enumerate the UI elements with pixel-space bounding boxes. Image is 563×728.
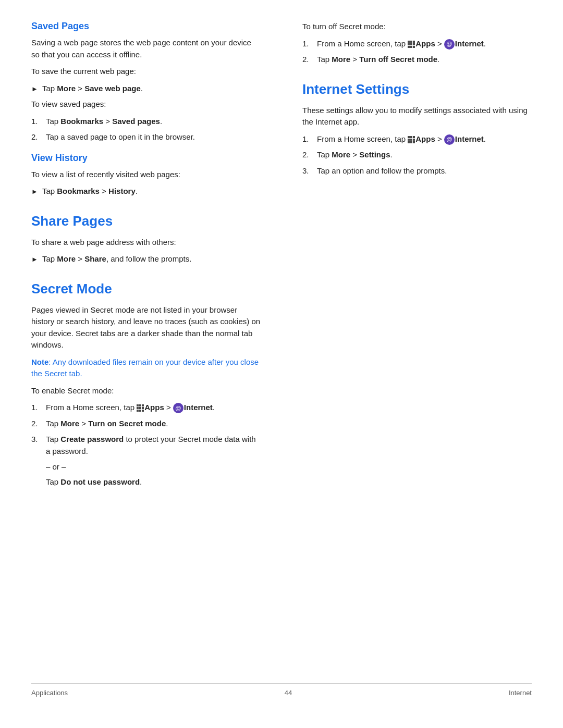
step-number: 1. <box>31 402 46 414</box>
save-instruction-text: Tap More > Save web page. <box>42 83 143 95</box>
step-text: From a Home screen, tap Apps > @Internet… <box>317 38 486 50</box>
share-pages-heading: Share Pages <box>31 213 261 229</box>
turn-off-secret-section: To turn off Secret mode: 1. From a Home … <box>302 21 532 66</box>
alt-instruction: Tap Do not use password. <box>46 476 261 488</box>
enable-prompt: To enable Secret mode: <box>31 385 261 397</box>
share-pages-intro: To share a web page address with others: <box>31 237 261 249</box>
left-column: Saved Pages Saving a web page stores the… <box>31 21 271 662</box>
step-number: 2. <box>31 418 46 430</box>
step-number: 1. <box>302 133 317 145</box>
page-footer: Applications 44 Internet <box>31 683 532 697</box>
saved-pages-heading: Saved Pages <box>31 21 261 32</box>
internet-app-icon: @ <box>173 403 183 413</box>
secret-mode-section: Secret Mode Pages viewed in Secret mode … <box>31 281 261 488</box>
page-container: Saved Pages Saving a web page stores the… <box>0 0 563 728</box>
note-body: : Any downloaded files remain on your de… <box>31 357 259 378</box>
view-history-heading: View History <box>31 153 261 164</box>
share-pages-section: Share Pages To share a web page address … <box>31 213 261 265</box>
step-text: From a Home screen, tap Apps > @Internet… <box>317 133 486 145</box>
turn-off-step-1: 1. From a Home screen, tap Apps > @Inter… <box>302 38 532 50</box>
saved-pages-section: Saved Pages Saving a web page stores the… <box>31 21 261 143</box>
bullet-arrow-icon: ► <box>31 254 38 265</box>
internet-settings-step-1: 1. From a Home screen, tap Apps > @Inter… <box>302 133 532 145</box>
step-number: 2. <box>302 54 317 66</box>
view-history-text: Tap Bookmarks > History. <box>42 186 138 198</box>
view-history-instruction: ► Tap Bookmarks > History. <box>31 186 261 198</box>
note-label: Note <box>31 357 48 366</box>
internet-settings-intro: These settings allow you to modify setti… <box>302 105 532 128</box>
internet-app-icon: @ <box>444 134 455 145</box>
bullet-arrow-icon: ► <box>31 84 38 94</box>
step-number: 3. <box>302 165 317 177</box>
enable-secret-steps: 1. From a Home screen, tap Apps > @Inter… <box>31 402 261 457</box>
step-text: Tap a saved page to open it in the brows… <box>46 131 195 143</box>
step-text: Tap More > Turn on Secret mode. <box>46 418 168 430</box>
share-pages-text: Tap More > Share, and follow the prompts… <box>42 253 191 265</box>
internet-settings-step-2: 2. Tap More > Settings. <box>302 149 532 161</box>
internet-settings-steps: 1. From a Home screen, tap Apps > @Inter… <box>302 133 532 177</box>
save-instruction: ► Tap More > Save web page. <box>31 83 261 95</box>
step-text: Tap More > Turn off Secret mode. <box>317 54 439 66</box>
secret-mode-heading: Secret Mode <box>31 281 261 297</box>
view-history-section: View History To view a list of recently … <box>31 153 261 198</box>
step-number: 3. <box>31 434 46 446</box>
step-text: Tap an option and follow the prompts. <box>317 165 447 177</box>
turn-off-prompt: To turn off Secret mode: <box>302 21 532 33</box>
or-section: – or – Tap Do not use password. <box>46 462 261 488</box>
secret-mode-note: Note: Any downloaded files remain on you… <box>31 356 261 380</box>
right-column: To turn off Secret mode: 1. From a Home … <box>292 21 532 662</box>
saved-pages-step-2: 2. Tap a saved page to open it in the br… <box>31 131 261 143</box>
step-text: Tap More > Settings. <box>317 149 393 161</box>
enable-step-3: 3. Tap Create password to protect your S… <box>31 434 261 457</box>
bullet-arrow-icon: ► <box>31 187 38 197</box>
saved-pages-steps: 1. Tap Bookmarks > Saved pages. 2. Tap a… <box>31 116 261 143</box>
apps-grid-icon <box>408 136 415 143</box>
view-history-intro: To view a list of recently visited web p… <box>31 169 261 181</box>
apps-grid-icon <box>408 41 415 48</box>
secret-mode-intro: Pages viewed in Secret mode are not list… <box>31 304 261 351</box>
step-text: Tap Create password to protect your Secr… <box>46 434 261 457</box>
internet-settings-section: Internet Settings These settings allow y… <box>302 81 532 177</box>
step-number: 2. <box>31 131 46 143</box>
step-text: Tap Bookmarks > Saved pages. <box>46 116 162 128</box>
save-prompt: To save the current web page: <box>31 66 261 78</box>
apps-grid-icon <box>137 404 144 412</box>
internet-settings-step-3: 3. Tap an option and follow the prompts. <box>302 165 532 177</box>
footer-right: Internet <box>509 689 532 697</box>
or-divider: – or – <box>46 462 261 471</box>
enable-step-1: 1. From a Home screen, tap Apps > @Inter… <box>31 402 261 414</box>
step-number: 2. <box>302 149 317 161</box>
step-text: From a Home screen, tap Apps > @Internet… <box>46 402 215 414</box>
enable-step-2: 2. Tap More > Turn on Secret mode. <box>31 418 261 430</box>
share-pages-instruction: ► Tap More > Share, and follow the promp… <box>31 253 261 265</box>
saved-pages-step-1: 1. Tap Bookmarks > Saved pages. <box>31 116 261 128</box>
internet-settings-heading: Internet Settings <box>302 81 532 97</box>
step-number: 1. <box>302 38 317 50</box>
two-column-layout: Saved Pages Saving a web page stores the… <box>31 21 532 662</box>
footer-center: 44 <box>285 689 292 697</box>
footer-left: Applications <box>31 689 68 697</box>
turn-off-steps: 1. From a Home screen, tap Apps > @Inter… <box>302 38 532 66</box>
internet-app-icon: @ <box>444 39 455 50</box>
step-number: 1. <box>31 116 46 128</box>
turn-off-step-2: 2. Tap More > Turn off Secret mode. <box>302 54 532 66</box>
saved-pages-intro: Saving a web page stores the web page co… <box>31 37 261 60</box>
view-prompt: To view saved pages: <box>31 98 261 110</box>
